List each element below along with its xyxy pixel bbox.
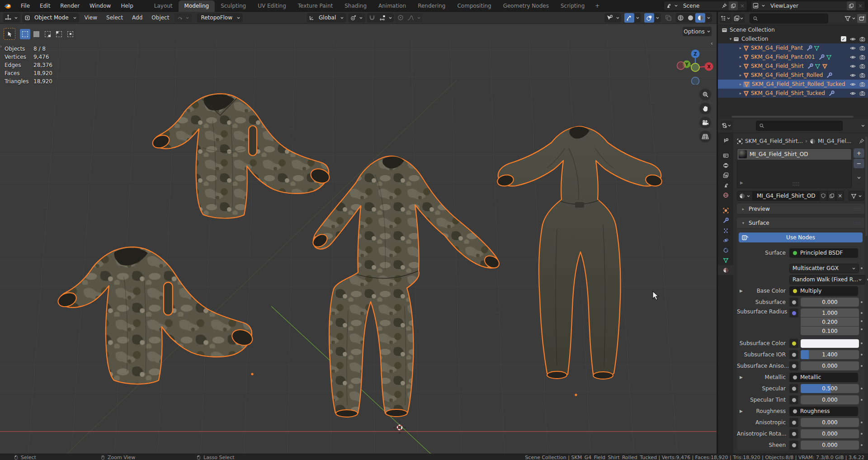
- editor-type-button[interactable]: [3, 13, 20, 23]
- menu-help[interactable]: Help: [116, 3, 138, 9]
- shading-material-preview-button[interactable]: [695, 13, 705, 23]
- breadcrumb-material[interactable]: MI_G4_Fiel...: [818, 138, 851, 144]
- options-button[interactable]: Options: [683, 27, 712, 36]
- animate-dot[interactable]: [861, 444, 863, 446]
- properties-scrollbar[interactable]: [865, 137, 868, 236]
- menu-edit[interactable]: Edit: [35, 3, 55, 9]
- filter-icon[interactable]: [844, 15, 851, 22]
- animate-dot[interactable]: [861, 342, 863, 344]
- shading-solid-button[interactable]: [685, 13, 695, 23]
- tab-object[interactable]: [718, 205, 733, 215]
- outliner-item[interactable]: ▸ SKM_G4_Field_Shirt_Rolled_Tucked: [718, 80, 868, 89]
- value-slider[interactable]: 1.400: [801, 350, 859, 359]
- dropdown-field[interactable]: Multiscatter GGX: [789, 264, 859, 273]
- material-name-field[interactable]: MI_G4_Field_Shirt_OD: [753, 191, 819, 201]
- workspace-tab-uv-editing[interactable]: UV Editing: [252, 0, 292, 12]
- panel-grip[interactable]: ::::: [854, 221, 861, 225]
- select-intersect-button[interactable]: [65, 29, 75, 39]
- value-slider[interactable]: 0.000: [801, 395, 859, 404]
- retopoflow-menu[interactable]: RetopoFlow: [197, 13, 243, 23]
- value-slider[interactable]: 0.000: [801, 429, 859, 438]
- surface-panel-header[interactable]: ▾ Surface ::::: [737, 218, 864, 228]
- mode-selector[interactable]: Object Mode: [22, 13, 79, 23]
- properties-options-chevron[interactable]: [861, 123, 865, 128]
- outliner-scene-collection[interactable]: Scene Collection: [718, 25, 868, 34]
- tweak-tool-button[interactable]: [4, 28, 15, 40]
- gizmos-toggle[interactable]: [624, 13, 634, 23]
- tab-scene[interactable]: [718, 180, 733, 190]
- tab-render[interactable]: [718, 150, 733, 160]
- add-material-slot-button[interactable]: +: [854, 148, 864, 158]
- workspace-tab-compositing[interactable]: Compositing: [451, 0, 497, 12]
- copy-material-button[interactable]: [827, 191, 836, 201]
- tab-modifiers[interactable]: [718, 215, 733, 225]
- pivot-point-selector[interactable]: [348, 13, 365, 23]
- dropdown-field[interactable]: Random Walk (Fixed R...: [789, 275, 865, 285]
- material-slot[interactable]: MI_G4_Field_Shirt_OD: [737, 149, 851, 160]
- animate-dot[interactable]: [861, 365, 863, 367]
- new-collection-button[interactable]: [857, 14, 866, 23]
- outliner-item[interactable]: ▸ SKM_G4_Field_Shirt_Tucked: [718, 89, 868, 98]
- transfer-mode-button[interactable]: [175, 13, 192, 23]
- animate-dot[interactable]: [861, 354, 863, 356]
- tab-world[interactable]: [718, 190, 733, 200]
- workspace-tab-modeling[interactable]: Modeling: [179, 0, 215, 12]
- new-scene-button[interactable]: [729, 1, 738, 10]
- workspace-tab-shading[interactable]: Shading: [339, 0, 373, 12]
- animate-dot[interactable]: [861, 267, 863, 269]
- node-link-field[interactable]: Principled BSDF: [789, 248, 858, 258]
- tab-material[interactable]: [718, 265, 733, 275]
- proportional-editing-toggle[interactable]: [396, 13, 406, 23]
- viewport-menu-object[interactable]: Object: [147, 14, 174, 21]
- pan-button[interactable]: [699, 103, 711, 114]
- color-swatch[interactable]: [801, 339, 859, 348]
- animate-dot[interactable]: [861, 433, 863, 435]
- node-link-field[interactable]: Metallic: [789, 373, 858, 382]
- workspace-tab-layout[interactable]: Layout: [148, 0, 179, 12]
- viewport-menu-select[interactable]: Select: [102, 14, 127, 21]
- slot-list-grip[interactable]: ::::: [792, 180, 799, 187]
- animate-dot[interactable]: [861, 422, 863, 423]
- menu-render[interactable]: Render: [55, 3, 85, 9]
- viewport-menu-view[interactable]: View: [80, 14, 102, 21]
- outliner-display-mode-button[interactable]: [733, 14, 745, 23]
- scene-selector[interactable]: Scene ×: [664, 1, 747, 11]
- value-slider[interactable]: 0.000: [801, 441, 859, 450]
- tab-tool[interactable]: [718, 136, 733, 146]
- workspace-tab-rendering[interactable]: Rendering: [412, 0, 451, 12]
- menu-window[interactable]: Window: [85, 3, 116, 9]
- select-extend-button[interactable]: [31, 29, 42, 39]
- unlink-material-button[interactable]: ×: [836, 191, 844, 201]
- orientation-selector[interactable]: Global: [307, 13, 346, 23]
- vector-component[interactable]: 1.000: [801, 308, 859, 317]
- view-layer-selector[interactable]: ViewLayer ×: [751, 1, 865, 11]
- workspace-tab-animation[interactable]: Animation: [373, 0, 412, 12]
- use-nodes-button[interactable]: Use Nodes: [739, 232, 863, 242]
- add-workspace-button[interactable]: +: [590, 0, 604, 11]
- navigation-gizmo[interactable]: Z Y X: [672, 36, 717, 85]
- outliner-item[interactable]: ▸ SKM_G4_Field_Pant.001: [718, 52, 868, 62]
- tab-physics[interactable]: [718, 235, 733, 245]
- outliner-scrollbar[interactable]: [731, 116, 854, 118]
- xray-toggle[interactable]: [663, 13, 673, 23]
- material-browse-button[interactable]: [737, 191, 753, 201]
- outliner-item[interactable]: ▸ SKM_G4_Field_Shirt_Rolled: [718, 71, 868, 80]
- outliner-editor-type-button[interactable]: [720, 14, 731, 23]
- object-visibility-button[interactable]: [604, 13, 614, 23]
- viewport-menu-add[interactable]: Add: [127, 14, 147, 21]
- panel-grip[interactable]: ::::: [854, 207, 861, 211]
- tab-particles[interactable]: [718, 225, 733, 235]
- outliner-item[interactable]: ▸ SKM_G4_Field_Pant: [718, 43, 868, 52]
- slot-list-expand-icon[interactable]: ▶: [740, 180, 743, 187]
- blender-logo-icon[interactable]: [4, 3, 11, 9]
- breadcrumb-object[interactable]: SKM_G4_Field_Shirt...: [745, 138, 803, 144]
- menu-file[interactable]: File: [16, 3, 35, 9]
- material-specials-button[interactable]: [854, 173, 864, 182]
- workspace-tab-sculpting[interactable]: Sculpting: [215, 0, 252, 12]
- remove-material-slot-button[interactable]: −: [854, 159, 864, 168]
- vector-component[interactable]: 0.200: [801, 318, 859, 326]
- pin-icon[interactable]: [859, 138, 864, 144]
- workspace-tab-texture-paint[interactable]: Texture Paint: [292, 0, 339, 12]
- expand-arrow-icon[interactable]: ▶: [740, 409, 743, 413]
- toggle-orthographic-button[interactable]: [699, 131, 711, 142]
